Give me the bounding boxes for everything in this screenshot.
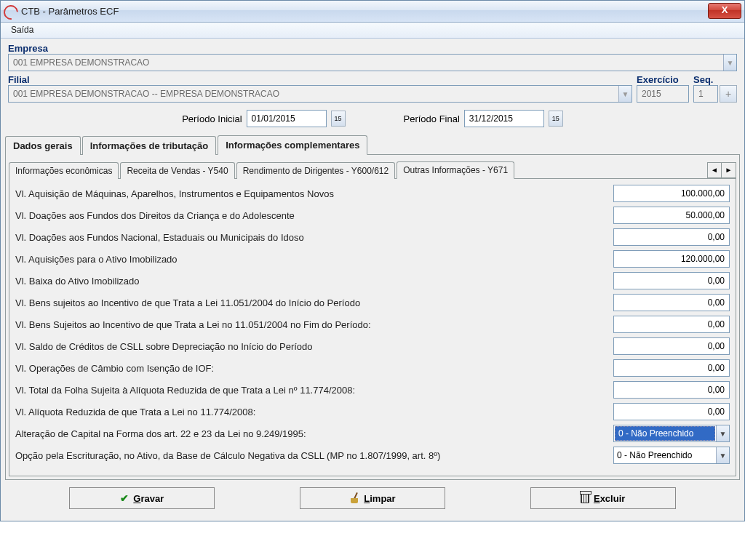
button-bar: ✔ Gravar Limpar Excluir — [5, 480, 740, 516]
gravar-button[interactable]: ✔ Gravar — [69, 487, 215, 509]
combo-value: 0 - Não Preenchido — [614, 447, 716, 463]
vl-doacoes-idoso-input[interactable] — [613, 228, 730, 246]
vl-bens-fim-input[interactable] — [613, 316, 730, 333]
field-label: Vl. Aquisição de Máquinas, Aparelhos, In… — [15, 188, 613, 199]
field-row: Vl. Bens sujeitos ao Incentivo de que Tr… — [15, 294, 730, 311]
empresa-combo[interactable]: 001 EMPRESA DEMONSTRACAO ▼ — [8, 54, 737, 71]
chevron-down-icon: ▼ — [716, 425, 729, 441]
tab-panel-complementares: Informações econômicas Receita de Vendas… — [5, 155, 740, 480]
periodo-inicial-input[interactable] — [247, 110, 327, 127]
app-window: CTB - Parâmetros ECF X Saída Empresa 001… — [0, 0, 745, 521]
vl-aquisicao-maquinas-input[interactable] — [613, 185, 730, 202]
filial-combo[interactable]: 001 EMPRESA DEMONSTRACAO -- EMPRESA DEMO… — [8, 85, 632, 103]
field-row: Vl. Saldo de Créditos de CSLL sobre Depr… — [15, 337, 730, 355]
vl-total-folha-input[interactable] — [613, 381, 730, 399]
field-label: Vl. Aquisições para o Ativo Imobilizado — [15, 254, 613, 265]
titlebar: CTB - Parâmetros ECF X — [1, 1, 744, 23]
menubar: Saída — [1, 23, 744, 39]
content-area: Empresa 001 EMPRESA DEMONSTRACAO ▼ Filia… — [1, 39, 744, 521]
field-label: Vl. Saldo de Créditos de CSLL sobre Depr… — [15, 341, 613, 352]
subtab-rendimento-dirigentes[interactable]: Rendimento de Dirigentes - Y600/612 — [236, 162, 396, 179]
vl-baixa-ativo-input[interactable] — [613, 272, 730, 289]
calendar-icon[interactable]: 15 — [331, 111, 346, 127]
field-label: Vl. Doações aos Fundos dos Direitos da C… — [15, 210, 613, 221]
seq-add-button[interactable]: + — [720, 85, 737, 103]
field-row: Vl. Bens Sujeitos ao Incentivo de que Tr… — [15, 316, 730, 333]
field-row: Alteração de Capital na Forma dos art. 2… — [15, 425, 730, 442]
field-label: Vl. Bens Sujeitos ao Incentivo de que Tr… — [15, 319, 613, 330]
btn-label-rest: ravar — [140, 493, 164, 504]
filial-value: 001 EMPRESA DEMONSTRACAO -- EMPRESA DEMO… — [9, 89, 618, 99]
tab-info-tributacao[interactable]: Informações de tributação — [82, 136, 217, 155]
alteracao-capital-combo[interactable]: 0 - Não Preenchido ▼ — [613, 425, 730, 442]
field-label: Vl. Operações de Câmbio com Isenção de I… — [15, 363, 613, 374]
field-label: Vl. Doações aos Fundos Nacional, Estadua… — [15, 232, 613, 243]
periodo-final-input[interactable] — [464, 110, 544, 127]
field-label: Vl. Alíquota Reduzida de que Trata a Lei… — [15, 407, 613, 417]
field-label: Vl. Baixa do Ativo Imobilizado — [15, 276, 613, 287]
field-row: Vl. Doações aos Fundos dos Direitos da C… — [15, 207, 730, 224]
chevron-down-icon: ▼ — [618, 86, 632, 102]
trash-icon — [581, 493, 589, 503]
periodo-inicial-label: Período Inicial — [182, 113, 242, 124]
tab-dados-gerais[interactable]: Dados gerais — [5, 136, 81, 155]
field-label: Vl. Total da Folha Sujeita à Alíquota Re… — [15, 385, 613, 396]
subtab-scroll-right[interactable]: ► — [722, 162, 736, 178]
main-tabs: Dados gerais Informações de tributação I… — [5, 135, 740, 480]
subtab-scroll-left[interactable]: ◄ — [707, 162, 722, 178]
field-row: Vl. Operações de Câmbio com Isenção de I… — [15, 359, 730, 377]
empresa-label: Empresa — [8, 43, 737, 54]
subtab-outras-info[interactable]: Outras Informações - Y671 — [397, 161, 514, 179]
app-icon — [4, 5, 17, 18]
vl-aliquota-reduzida-input[interactable] — [613, 403, 730, 420]
field-row: Opção pela Escrituração, no Ativo, da Ba… — [15, 447, 730, 464]
vl-saldo-csll-input[interactable] — [613, 337, 730, 355]
tab-info-complementares[interactable]: Informações complementares — [218, 135, 367, 155]
periodo-row: Período Inicial 15 Período Final 15 — [8, 110, 737, 127]
window-title: CTB - Parâmetros ECF — [21, 6, 119, 17]
header-block: Empresa 001 EMPRESA DEMONSTRACAO ▼ Filia… — [5, 41, 740, 133]
vl-aquisicoes-ativo-input[interactable] — [613, 250, 730, 268]
opcao-escrituracao-combo[interactable]: 0 - Não Preenchido ▼ — [613, 447, 730, 464]
subtab-receita-vendas[interactable]: Receita de Vendas - Y540 — [120, 162, 234, 179]
excluir-button[interactable]: Excluir — [530, 487, 676, 509]
exercicio-label: Exercício — [637, 74, 689, 85]
field-row: Vl. Total da Folha Sujeita à Alíquota Re… — [15, 381, 730, 399]
combo-value: 0 - Não Preenchido — [615, 426, 715, 441]
chevron-down-icon: ▼ — [716, 447, 729, 463]
close-button[interactable]: X — [708, 3, 741, 19]
periodo-final-label: Período Final — [404, 113, 460, 124]
field-row: Vl. Aquisição de Máquinas, Aparelhos, In… — [15, 185, 730, 202]
broom-icon — [349, 493, 359, 503]
filial-label: Filial — [8, 74, 632, 85]
chevron-down-icon: ▼ — [723, 55, 736, 71]
field-label: Vl. Bens sujeitos ao Incentivo de que Tr… — [15, 297, 613, 308]
seq-label: Seq. — [693, 74, 737, 85]
exercicio-input[interactable] — [637, 85, 689, 103]
subtab-panel-outras-info: Vl. Aquisição de Máquinas, Aparelhos, In… — [9, 179, 736, 476]
field-row: Vl. Doações aos Fundos Nacional, Estadua… — [15, 228, 730, 246]
vl-bens-inicio-input[interactable] — [613, 294, 730, 311]
field-row: Vl. Aquisições para o Ativo Imobilizado — [15, 250, 730, 268]
vl-operacoes-cambio-input[interactable] — [613, 359, 730, 377]
empresa-value: 001 EMPRESA DEMONSTRACAO — [9, 57, 723, 68]
field-row: Vl. Baixa do Ativo Imobilizado — [15, 272, 730, 289]
field-label: Opção pela Escrituração, no Ativo, da Ba… — [15, 450, 613, 461]
limpar-button[interactable]: Limpar — [300, 487, 445, 509]
vl-doacoes-crianca-input[interactable] — [613, 207, 730, 224]
field-row: Vl. Alíquota Reduzida de que Trata a Lei… — [15, 403, 730, 420]
seq-input[interactable] — [693, 85, 718, 103]
menu-saida[interactable]: Saída — [7, 23, 38, 36]
check-icon: ✔ — [120, 492, 129, 504]
subtab-info-economicas[interactable]: Informações econômicas — [9, 162, 119, 179]
field-label: Alteração de Capital na Forma dos art. 2… — [15, 428, 613, 439]
calendar-icon[interactable]: 15 — [549, 111, 563, 127]
